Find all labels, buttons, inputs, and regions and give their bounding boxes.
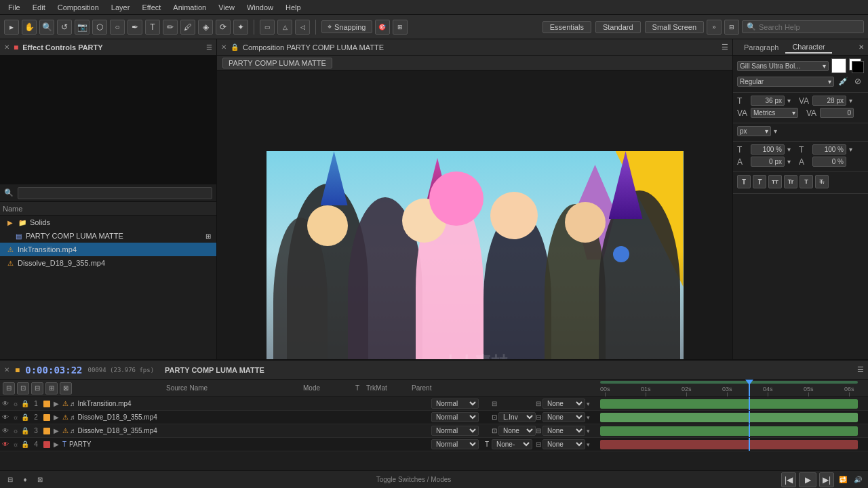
- puppet-btn[interactable]: ✦: [233, 20, 248, 35]
- character-tab[interactable]: Character: [785, 41, 831, 54]
- baseline-input[interactable]: [751, 157, 785, 167]
- menu-view[interactable]: View: [213, 2, 240, 13]
- play-pause-btn[interactable]: ▶: [799, 472, 816, 487]
- align-btn[interactable]: ⊞: [393, 20, 408, 35]
- frame-blending-btn[interactable]: ⊞: [45, 382, 58, 394]
- solo-switches-btn[interactable]: ⊠: [34, 474, 46, 486]
- menu-window[interactable]: Window: [241, 2, 279, 13]
- comp-mini-flowchart-btn[interactable]: ⊟: [3, 382, 15, 394]
- pen-tool-btn[interactable]: ✒: [127, 20, 142, 35]
- layer-2-lock[interactable]: 🔒: [20, 411, 30, 424]
- scale-v-input[interactable]: [812, 144, 846, 155]
- shape-tool-3[interactable]: ◁: [295, 20, 310, 35]
- zoom-tool-btn[interactable]: 🔍: [39, 20, 54, 35]
- menu-edit[interactable]: Edit: [27, 2, 51, 13]
- scale-h-dropdown[interactable]: ▾: [787, 146, 791, 153]
- menu-effect[interactable]: Effect: [136, 2, 166, 13]
- layer-1-expand[interactable]: ▶: [52, 400, 61, 407]
- layer-4-lock[interactable]: 🔒: [20, 438, 30, 451]
- fill-color-swatch[interactable]: [831, 58, 846, 73]
- search-help-input[interactable]: [759, 23, 859, 31]
- comp-breadcrumb-item[interactable]: PARTY COMP LUMA MATTE: [222, 58, 332, 68]
- layer-1-parent-select[interactable]: None: [542, 399, 585, 409]
- char-panel-close[interactable]: ✕: [859, 43, 864, 51]
- project-search-input[interactable]: [18, 187, 212, 199]
- add-marker-btn[interactable]: ⊟: [4, 474, 16, 486]
- stroke-color-swatch[interactable]: [849, 58, 864, 73]
- mask-btn[interactable]: ⬡: [92, 20, 107, 35]
- loop-btn[interactable]: 🔁: [837, 474, 849, 486]
- clone-btn[interactable]: 🖊: [180, 20, 195, 35]
- timeline-close-btn[interactable]: ✕: [4, 366, 9, 373]
- comp-marker-btn[interactable]: ♦: [19, 474, 31, 486]
- scale-h-input[interactable]: [751, 144, 785, 155]
- undo-btn[interactable]: ↺: [57, 20, 72, 35]
- audio-btn[interactable]: 🔊: [852, 474, 864, 486]
- snapping-toggle[interactable]: ⌖ Snapping: [321, 20, 372, 33]
- track-4-bar[interactable]: [600, 440, 858, 449]
- paragraph-tab[interactable]: Paragraph: [737, 42, 785, 53]
- font-style-select[interactable]: Regular ▾: [737, 77, 834, 87]
- layer-4-solo[interactable]: ☼: [11, 438, 20, 451]
- metrics-select[interactable]: Metrics ▾: [751, 108, 798, 118]
- graph-editor-btn[interactable]: ⊠: [60, 382, 72, 394]
- comp-header-menu[interactable]: ☰: [722, 43, 728, 52]
- layer-4-parent-select[interactable]: None: [542, 439, 585, 449]
- project-panel-menu[interactable]: ☰: [206, 43, 212, 51]
- layer-3-parent-select[interactable]: None: [542, 426, 585, 436]
- layer-1-solo[interactable]: ☼: [11, 397, 20, 411]
- motion-blur-btn[interactable]: ⊟: [31, 382, 43, 394]
- baseline-dropdown[interactable]: ▾: [787, 158, 791, 165]
- more-workspaces-btn[interactable]: »: [707, 20, 722, 35]
- font-size-dropdown[interactable]: ▾: [787, 97, 791, 104]
- hand-tool-btn[interactable]: ✋: [22, 20, 37, 35]
- comp-close-btn[interactable]: ✕: [221, 43, 226, 51]
- project-item-ink[interactable]: ⚠ InkTransition.mp4: [0, 243, 216, 256]
- track-3-bar[interactable]: [600, 426, 858, 436]
- format-bold-btn[interactable]: T: [737, 175, 751, 188]
- layer-2-trkmat-select[interactable]: L.Inv: [498, 412, 536, 422]
- unit-select[interactable]: px ▾: [737, 126, 771, 136]
- tracking-input[interactable]: [812, 96, 846, 106]
- step-back-btn[interactable]: |◀: [781, 472, 796, 487]
- draft-3d-btn[interactable]: ⊡: [17, 382, 29, 394]
- layer-2-mode-select[interactable]: Normal: [431, 412, 479, 422]
- layer-3-solo[interactable]: ☼: [11, 424, 20, 438]
- layer-2-expand[interactable]: ▶: [52, 413, 61, 421]
- menu-layer[interactable]: Layer: [106, 2, 136, 13]
- menu-composition[interactable]: Composition: [52, 2, 104, 13]
- step-forward-btn[interactable]: ▶|: [819, 472, 834, 487]
- menu-file[interactable]: File: [3, 2, 26, 13]
- snap-options-btn[interactable]: 🎯: [375, 20, 390, 35]
- menu-help[interactable]: Help: [280, 2, 307, 13]
- project-panel-close[interactable]: ✕: [4, 43, 9, 51]
- scale-v-dropdown[interactable]: ▾: [849, 146, 852, 153]
- unit-arrow-btn[interactable]: ▾: [774, 127, 777, 135]
- selection-tool-btn[interactable]: ▸: [4, 20, 19, 35]
- format-small-caps-btn[interactable]: Tr: [784, 175, 797, 188]
- shape-tool-2[interactable]: △: [277, 20, 292, 35]
- toggle-switches-label[interactable]: Toggle Switches / Modes: [49, 476, 778, 483]
- layer-2-parent-select[interactable]: None: [542, 412, 585, 422]
- layer-1-lock[interactable]: 🔒: [20, 397, 30, 411]
- project-item-dissolve[interactable]: ⚠ Dissolve_D18_9_355.mp4: [0, 256, 216, 270]
- format-italic-btn[interactable]: T: [753, 175, 766, 188]
- layer-3-trkmat-select[interactable]: None: [498, 426, 536, 436]
- layer-4-mode-select[interactable]: Normal: [431, 439, 479, 449]
- metrics-num-input[interactable]: [820, 108, 854, 118]
- eyedropper-stroke-btn[interactable]: ⊘: [852, 75, 864, 87]
- shape-tool-1[interactable]: ▭: [260, 20, 275, 35]
- layer-4-expand[interactable]: ▶: [52, 441, 61, 448]
- work-area-bar[interactable]: [600, 381, 858, 384]
- text-tool-btn[interactable]: T: [145, 20, 160, 35]
- menu-animation[interactable]: Animation: [167, 2, 212, 13]
- layer-1-eye[interactable]: 👁: [0, 397, 11, 411]
- layer-4-trkmat-select[interactable]: None-: [492, 439, 532, 449]
- eyedropper-fill-btn[interactable]: 💉: [837, 75, 849, 87]
- track-2-bar[interactable]: [600, 413, 858, 422]
- layer-2-eye[interactable]: 👁: [0, 411, 11, 424]
- layer-3-expand[interactable]: ▶: [52, 427, 61, 434]
- timeline-ruler[interactable]: 00s 01s 02s 03s 04s: [590, 380, 868, 397]
- layer-2-solo[interactable]: ☼: [11, 411, 20, 424]
- workspace-essentials[interactable]: Essentials: [542, 21, 591, 33]
